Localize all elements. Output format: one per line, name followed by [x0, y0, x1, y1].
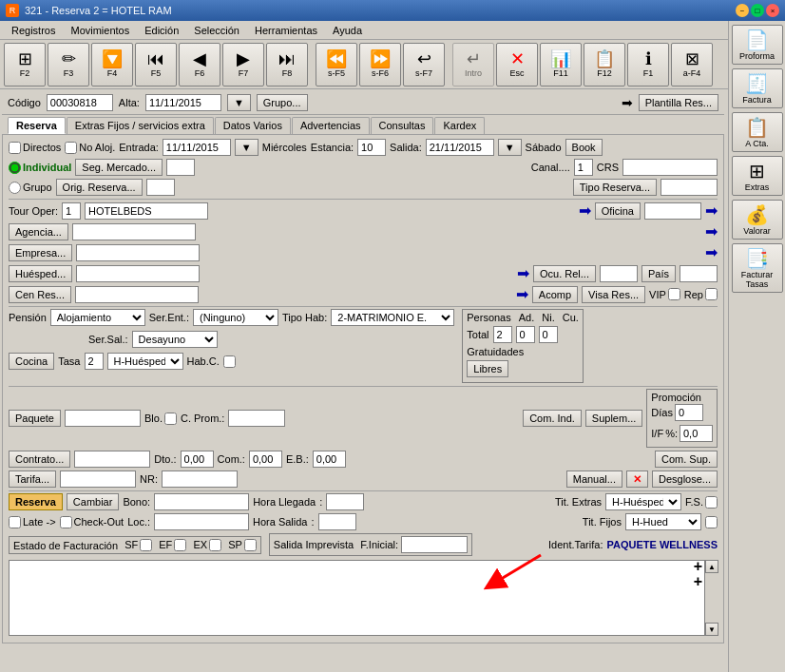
seg-mercado-input[interactable]: [166, 159, 195, 176]
toolbar-btn-sf5[interactable]: ⏪ s-F5: [316, 43, 357, 86]
tipo-reserva-input[interactable]: [661, 179, 718, 196]
dto-input[interactable]: [181, 451, 214, 468]
scroll-down[interactable]: ▼: [705, 623, 718, 636]
menu-registros[interactable]: Registros: [4, 23, 63, 38]
tab-kardex[interactable]: Kardex: [434, 117, 485, 134]
acomp-button[interactable]: Acomp: [532, 286, 578, 303]
h-huesped-select[interactable]: H-Huésped: [107, 353, 183, 370]
fs-checkbox[interactable]: [705, 496, 718, 509]
agencia-button[interactable]: Agencia...: [9, 223, 68, 240]
scroll-up[interactable]: ▲: [705, 560, 718, 573]
factura-button[interactable]: 🧾 Factura: [732, 68, 783, 108]
com-sup-button[interactable]: Com. Sup.: [655, 451, 718, 468]
pension-select[interactable]: Alojamiento: [50, 309, 145, 326]
valorar-button[interactable]: 💰 Valorar: [732, 200, 783, 240]
extras-button[interactable]: ⊞ Extras: [732, 156, 783, 196]
bono-input[interactable]: [154, 493, 249, 510]
directos-checkbox-label[interactable]: Directos: [9, 142, 61, 154]
seg-mercado-button[interactable]: Seg. Mercado...: [75, 159, 163, 176]
rep-checkbox[interactable]: [705, 288, 718, 300]
com-input[interactable]: [249, 451, 282, 468]
vip-checkbox-label[interactable]: VIP: [649, 288, 680, 300]
cen-res-input[interactable]: [75, 286, 199, 303]
f-inicial-input[interactable]: [401, 536, 468, 553]
menu-ayuda[interactable]: Ayuda: [325, 23, 370, 38]
blo-checkbox[interactable]: [164, 413, 177, 425]
tab-datos-varios[interactable]: Datos Varios: [215, 117, 291, 134]
entrada-input[interactable]: [163, 139, 231, 156]
estancia-input[interactable]: [357, 139, 386, 156]
vip-checkbox[interactable]: [668, 288, 680, 300]
agencia-input[interactable]: [72, 223, 196, 240]
tarifa-button[interactable]: Tarifa...: [9, 470, 56, 488]
hab-c-checkbox[interactable]: [223, 355, 236, 368]
check-out-checkbox[interactable]: [60, 516, 72, 528]
alta-dropdown[interactable]: ▼: [227, 94, 251, 111]
cen-res-button[interactable]: Cen Res...: [9, 286, 71, 303]
libres-button[interactable]: Libres: [467, 360, 508, 377]
sp-label-wrap[interactable]: SP: [228, 539, 257, 551]
ocu-rel-input[interactable]: [600, 265, 638, 282]
ocu-rel-button[interactable]: Ocu. Rel...: [533, 265, 596, 282]
toolbar-btn-f6[interactable]: ◀ F6: [179, 43, 220, 86]
grupo-radio[interactable]: [9, 182, 21, 194]
tit-fijos-checkbox[interactable]: [705, 516, 718, 528]
ex-label-wrap[interactable]: EX: [193, 539, 221, 551]
contrato-button[interactable]: Contrato...: [9, 451, 70, 468]
cu-input[interactable]: [539, 326, 558, 343]
salida-dropdown[interactable]: ▼: [498, 139, 522, 156]
ser-sal-select[interactable]: Desayuno: [132, 331, 218, 348]
late-checkbox[interactable]: [9, 516, 21, 528]
menu-seleccion[interactable]: Selección: [186, 23, 247, 38]
individual-radio-label[interactable]: Individual: [9, 162, 71, 174]
ex-checkbox[interactable]: [209, 539, 221, 551]
eb-input[interactable]: [313, 451, 346, 468]
entrada-dropdown[interactable]: ▼: [235, 139, 258, 156]
desglose-button[interactable]: Desglose...: [652, 470, 718, 488]
fs-label-wrap[interactable]: F.S.: [685, 496, 718, 509]
sf-checkbox[interactable]: [140, 539, 152, 551]
tipo-hab-select[interactable]: 2-MATRIMONIO E.: [331, 309, 454, 326]
ef-label-wrap[interactable]: EF: [159, 539, 186, 551]
menu-edicion[interactable]: Edición: [137, 23, 186, 38]
minimize-button[interactable]: −: [736, 4, 749, 17]
pct-input[interactable]: [680, 425, 713, 442]
empresa-button[interactable]: Empresa...: [9, 244, 72, 261]
toolbar-btn-f8[interactable]: ⏭ F8: [266, 43, 308, 86]
dias-input[interactable]: [675, 404, 703, 421]
tab-reserva[interactable]: Reserva: [8, 117, 66, 134]
facturar-tasas-button[interactable]: 📑 Facturar Tasas: [732, 243, 783, 293]
ef-checkbox[interactable]: [174, 539, 186, 551]
pais-button[interactable]: País: [641, 265, 676, 282]
grupo-button[interactable]: Grupo...: [257, 94, 308, 111]
manual-x-button[interactable]: ✕: [626, 470, 648, 488]
tasa-input[interactable]: [85, 353, 104, 370]
paquete-input[interactable]: [65, 410, 141, 427]
individual-radio[interactable]: [9, 162, 21, 174]
tit-extras-select[interactable]: H-Huésped: [605, 493, 681, 510]
toolbar-btn-af4[interactable]: ⊠ a-F4: [671, 43, 713, 86]
directos-checkbox[interactable]: [9, 142, 21, 154]
pais-input[interactable]: [680, 265, 718, 282]
ni-input[interactable]: [516, 326, 535, 343]
visa-res-button[interactable]: Visa Res...: [582, 286, 645, 303]
hora-salida-input[interactable]: [318, 513, 356, 530]
sf-label-wrap[interactable]: SF: [124, 539, 152, 551]
toolbar-btn-f2[interactable]: ⊞ F2: [4, 43, 46, 86]
no-aloj-checkbox-label[interactable]: No Aloj.: [65, 142, 115, 154]
toolbar-btn-f4[interactable]: 🔽 F4: [91, 43, 133, 86]
cocina-button[interactable]: Cocina: [9, 353, 54, 370]
book-button[interactable]: Book: [565, 139, 603, 156]
toolbar-btn-esc[interactable]: ✕ Esc: [496, 43, 538, 86]
oficina-input[interactable]: [644, 202, 701, 220]
toolbar-btn-sf7[interactable]: ↩ s-F7: [403, 43, 445, 86]
nr-input[interactable]: [162, 470, 238, 488]
rep-checkbox-label[interactable]: Rep: [684, 288, 718, 300]
plantilla-button[interactable]: Plantilla Res...: [639, 94, 718, 111]
orig-reserva-button[interactable]: Orig. Reserva...: [56, 179, 143, 196]
empresa-input[interactable]: [76, 244, 200, 261]
toolbar-btn-f11[interactable]: 📊 F11: [540, 43, 582, 86]
cambiar-button[interactable]: Cambiar: [67, 493, 120, 510]
oficina-button[interactable]: Oficina: [595, 202, 641, 220]
orig-reserva-input[interactable]: [146, 179, 175, 196]
